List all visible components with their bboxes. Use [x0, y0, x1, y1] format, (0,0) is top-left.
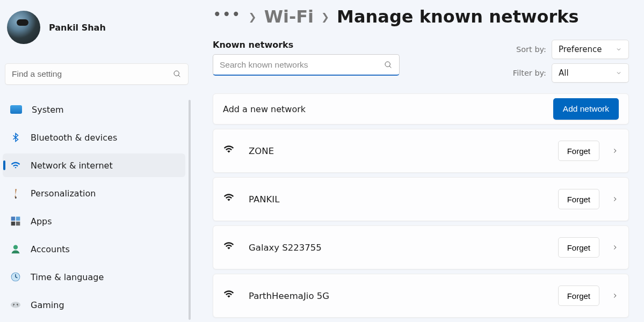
sidebar-item-accounts[interactable]: Accounts [3, 237, 185, 261]
chevron-down-icon [616, 70, 622, 76]
network-search[interactable] [213, 54, 400, 76]
sidebar-scrollbar[interactable] [189, 100, 191, 320]
sidebar-item-label: Gaming [31, 300, 64, 310]
chevron-right-icon[interactable] [611, 147, 619, 155]
network-search-input[interactable] [220, 60, 384, 70]
chevron-right-icon: ❯ [249, 11, 257, 23]
sidebar-item-label: Accounts [31, 244, 70, 254]
main-content: ••• ❯ Wi-Fi ❯ Manage known networks Know… [193, 0, 644, 322]
network-row[interactable]: Galaxy S223755Forget [213, 225, 629, 269]
sidebar-item-time-language[interactable]: Time & language [3, 265, 185, 289]
add-network-card: Add a new network Add network [213, 93, 629, 125]
search-icon [173, 70, 182, 78]
svg-rect-3 [16, 217, 20, 221]
svg-point-10 [13, 304, 15, 305]
add-network-button[interactable]: Add network [553, 98, 619, 120]
wifi-icon [10, 160, 21, 171]
time-icon [10, 272, 21, 282]
svg-line-15 [389, 66, 391, 68]
accounts-icon [10, 244, 21, 254]
wifi-icon [223, 289, 235, 303]
sidebar-item-system[interactable]: System [3, 98, 185, 121]
section-title: Known networks [213, 40, 400, 50]
brush-icon [8, 186, 23, 201]
avatar [7, 11, 40, 44]
gaming-icon [10, 299, 21, 310]
add-network-label: Add a new network [223, 104, 306, 114]
page-title: Manage known networks [337, 6, 579, 27]
sort-dropdown[interactable]: Preference [552, 40, 629, 59]
sort-label: Sort by: [516, 45, 546, 54]
svg-point-12 [13, 305, 14, 306]
network-name: PANKIL [249, 194, 558, 204]
forget-button[interactable]: Forget [558, 141, 599, 161]
forget-button[interactable]: Forget [558, 286, 599, 306]
network-name: ZONE [249, 146, 558, 156]
profile-section[interactable]: Pankil Shah [3, 4, 191, 54]
svg-point-0 [174, 71, 179, 76]
network-name: ParthHeemaJio 5G [249, 291, 558, 301]
svg-rect-4 [11, 222, 16, 226]
svg-line-1 [178, 75, 180, 77]
filter-label: Filter by: [513, 69, 546, 77]
system-icon [10, 105, 22, 114]
sidebar-item-label: Personalization [31, 188, 96, 199]
svg-point-14 [385, 62, 390, 67]
bluetooth-icon [10, 132, 21, 143]
sidebar-search-input[interactable] [12, 69, 173, 79]
breadcrumb-wifi[interactable]: Wi-Fi [264, 6, 314, 27]
profile-name: Pankil Shah [49, 23, 106, 33]
network-row[interactable]: ParthHeemaJio 5GForget [213, 274, 629, 318]
sort-value: Preference [559, 45, 602, 54]
forget-button[interactable]: Forget [558, 237, 599, 258]
network-row[interactable]: PANKILForget [213, 177, 629, 221]
svg-point-13 [17, 305, 18, 306]
svg-point-6 [13, 245, 18, 250]
chevron-right-icon[interactable] [611, 195, 619, 203]
sidebar: Pankil Shah System Bluetooth & devices N… [0, 0, 193, 322]
filter-dropdown[interactable]: All [552, 63, 629, 83]
sidebar-item-gaming[interactable]: Gaming [3, 293, 185, 317]
sidebar-item-label: Apps [31, 216, 52, 226]
sidebar-item-label: Time & language [31, 272, 104, 282]
breadcrumb: ••• ❯ Wi-Fi ❯ Manage known networks [213, 6, 629, 27]
sidebar-item-label: System [32, 105, 64, 115]
sidebar-item-label: Network & internet [31, 160, 113, 171]
chevron-right-icon[interactable] [611, 292, 619, 299]
search-icon [384, 61, 393, 69]
chevron-right-icon[interactable] [611, 244, 619, 251]
sidebar-item-bluetooth[interactable]: Bluetooth & devices [3, 126, 185, 149]
apps-icon [10, 216, 21, 226]
network-name: Galaxy S223755 [249, 243, 558, 253]
wifi-icon [223, 144, 235, 158]
network-row[interactable]: ZONEForget [213, 129, 629, 173]
sidebar-search[interactable] [5, 63, 189, 85]
nav-list: System Bluetooth & devices Network & int… [3, 98, 189, 322]
chevron-right-icon: ❯ [321, 11, 329, 23]
sidebar-item-personalization[interactable]: Personalization [3, 181, 185, 205]
filter-value: All [559, 68, 569, 78]
svg-rect-5 [16, 222, 20, 226]
networks-list: ZONEForgetPANKILForgetGalaxy S223755Forg… [213, 129, 629, 322]
sidebar-item-network[interactable]: Network & internet [3, 153, 185, 177]
forget-button[interactable]: Forget [558, 189, 599, 209]
wifi-icon [223, 192, 235, 206]
svg-rect-2 [11, 217, 16, 221]
wifi-icon [223, 240, 235, 254]
svg-point-11 [17, 304, 18, 305]
breadcrumb-more-icon[interactable]: ••• [213, 7, 241, 26]
chevron-down-icon [616, 46, 622, 53]
sidebar-item-label: Bluetooth & devices [31, 133, 117, 143]
sidebar-item-apps[interactable]: Apps [3, 209, 185, 233]
svg-point-9 [11, 302, 20, 308]
